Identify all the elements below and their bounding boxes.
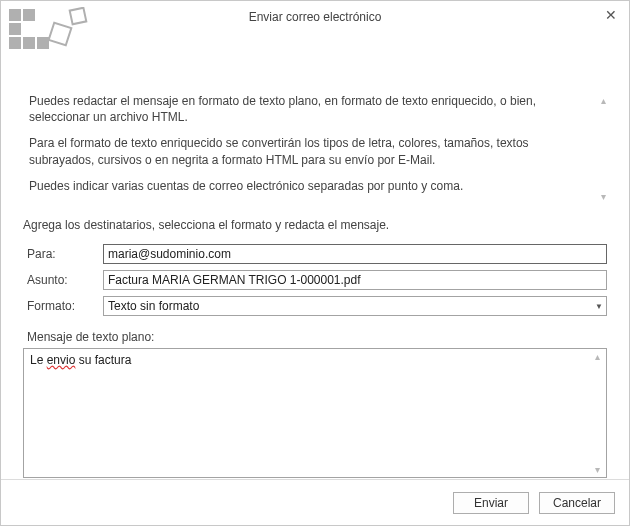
send-button[interactable]: Enviar <box>453 492 529 514</box>
scroll-up-icon[interactable]: ▴ <box>595 351 600 362</box>
close-button[interactable]: ✕ <box>599 5 623 27</box>
scroll-down-icon[interactable]: ▾ <box>595 464 600 475</box>
scroll-up-icon[interactable]: ▴ <box>601 95 606 106</box>
message-content: Le envio su factura <box>30 353 586 367</box>
message-label: Mensaje de texto plano: <box>27 330 607 344</box>
asunto-label: Asunto: <box>23 273 103 287</box>
intro-paragraph-3: Puedes indicar varias cuentas de correo … <box>29 178 611 194</box>
scroll-down-icon[interactable]: ▾ <box>601 191 606 202</box>
form-area: Para: Asunto: Formato: Texto sin formato… <box>23 244 607 478</box>
para-label: Para: <box>23 247 103 261</box>
svg-rect-4 <box>23 37 35 49</box>
svg-rect-6 <box>49 23 72 46</box>
svg-rect-5 <box>37 37 49 49</box>
chevron-down-icon: ▼ <box>595 301 603 310</box>
intro-paragraph-2: Para el formato de texto enriquecido se … <box>29 135 611 167</box>
svg-rect-0 <box>9 9 21 21</box>
svg-rect-3 <box>9 37 21 49</box>
cancel-button[interactable]: Cancelar <box>539 492 615 514</box>
svg-rect-1 <box>23 9 35 21</box>
instruction-text: Agrega los destinatarios, selecciona el … <box>23 218 611 232</box>
dialog-footer: Enviar Cancelar <box>1 479 629 525</box>
svg-rect-2 <box>9 23 21 35</box>
svg-rect-7 <box>70 8 87 25</box>
email-dialog: Enviar correo electrónico ✕ Puedes redac… <box>0 0 630 526</box>
intro-paragraph-1: Puedes redactar el mensaje en formato de… <box>29 93 611 125</box>
textarea-scrollbar[interactable]: ▴ ▾ <box>590 351 604 475</box>
message-textarea[interactable]: Le envio su factura ▴ ▾ <box>23 348 607 478</box>
formato-select[interactable]: Texto sin formato ▼ <box>103 296 607 316</box>
app-logo-icon <box>7 7 97 67</box>
formato-value: Texto sin formato <box>108 299 199 313</box>
intro-scrollbar[interactable]: ▴ ▾ <box>595 93 611 204</box>
para-input[interactable] <box>103 244 607 264</box>
intro-block: Puedes redactar el mensaje en formato de… <box>29 93 611 204</box>
formato-label: Formato: <box>23 299 103 313</box>
misspelled-word: envio <box>47 353 76 367</box>
asunto-input[interactable] <box>103 270 607 290</box>
